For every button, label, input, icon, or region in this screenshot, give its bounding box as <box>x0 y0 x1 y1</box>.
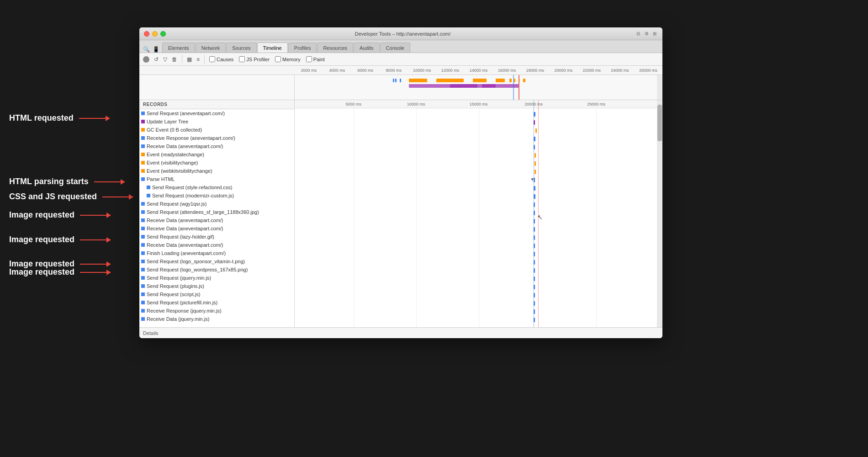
ruler-label-14000ms: 14000 ms <box>465 68 493 73</box>
gridline-3 <box>479 108 479 327</box>
tab-elements[interactable]: Elements <box>162 43 195 53</box>
record-item-r10[interactable]: Send Request (style-refactored.css) <box>139 183 294 191</box>
record-dot-r18 <box>141 251 145 255</box>
js-profiler-checkbox-label[interactable]: JS Profiler <box>239 56 270 62</box>
search-icon[interactable]: 🔍 <box>143 46 150 53</box>
annotation-arrow-6 <box>80 264 107 265</box>
tab-network[interactable]: Network <box>196 43 226 53</box>
record-item-r25[interactable]: Receive Response (jquery.min.js) <box>139 307 294 315</box>
record-item-r7[interactable]: Event (visibilitychange) <box>139 159 294 167</box>
bar-r7 <box>535 161 536 166</box>
record-text-r19: Send Request (logo_sponsor_vitamin-t.png… <box>147 259 245 264</box>
record-item-r4[interactable]: Receive Response (aneventapart.com/) <box>139 134 294 142</box>
tab-profiles[interactable]: Profiles <box>288 43 317 53</box>
js-profiler-checkbox[interactable] <box>239 56 245 62</box>
record-item-r19[interactable]: Send Request (logo_sponsor_vitamin-t.png… <box>139 257 294 266</box>
record-item-r11[interactable]: Send Request (modernizr-custom.js) <box>139 191 294 200</box>
record-item-r2[interactable]: Update Layer Tree <box>139 117 294 126</box>
record-text-r25: Receive Response (jquery.min.js) <box>147 308 222 314</box>
annotation-image-1: Image requested <box>9 210 107 220</box>
record-item-r8[interactable]: Event (webkitvisibilitychange) <box>139 167 294 175</box>
record-item-r5[interactable]: Receive Data (aneventapart.com/) <box>139 142 294 150</box>
record-dot-r8 <box>141 169 145 173</box>
record-text-r5: Receive Data (aneventapart.com/) <box>147 143 223 149</box>
tab-resources[interactable]: Resources <box>317 43 353 53</box>
record-dot-r3 <box>141 128 145 132</box>
record-text-r11: Send Request (modernizr-custom.js) <box>152 193 234 198</box>
scrollbar-thumb[interactable] <box>657 105 662 141</box>
record-item-r24[interactable]: Send Request (picturefill.min.js) <box>139 298 294 307</box>
record-button[interactable] <box>143 56 149 63</box>
refresh-icon[interactable]: ↺ <box>154 56 159 63</box>
record-dot-r23 <box>141 292 145 296</box>
ruler-label-4000ms: 4000 ms <box>323 68 351 73</box>
record-dot-r25 <box>141 309 145 313</box>
record-text-r20: Send Request (logo_wordpress_167x85.png) <box>147 267 248 272</box>
causes-checkbox[interactable] <box>209 56 215 62</box>
paint-checkbox-label[interactable]: Paint <box>306 56 325 62</box>
record-item-r18[interactable]: Finish Loading (aneventapart.com/) <box>139 249 294 257</box>
timeline-overview[interactable] <box>139 75 662 100</box>
record-dot-r10 <box>147 186 150 189</box>
record-item-r23[interactable]: Send Request (script.js) <box>139 290 294 298</box>
record-dot-r15 <box>141 227 145 230</box>
record-dot-r4 <box>141 136 145 140</box>
record-item-r20[interactable]: Send Request (logo_wordpress_167x85.png) <box>139 266 294 274</box>
record-text-r21: Send Request (jquery.min.js) <box>147 275 211 281</box>
bar-r6 <box>535 153 536 158</box>
annotation-arrow-2 <box>94 181 122 182</box>
scrollbar-track[interactable] <box>657 100 662 327</box>
tab-console[interactable]: Console <box>380 43 410 53</box>
record-dot-r14 <box>141 218 145 222</box>
time-label-5000: 5000 ms <box>346 102 362 106</box>
record-text-r1: Send Request (aneventapart.com/) <box>147 111 225 116</box>
record-item-r15[interactable]: Receive Data (aneventapart.com/) <box>139 224 294 233</box>
list-icon[interactable]: ≡ <box>196 56 200 63</box>
gridline-1 <box>354 108 354 327</box>
paint-checkbox[interactable] <box>306 56 312 62</box>
tab-audits[interactable]: Audits <box>354 43 380 53</box>
timeline-data[interactable]: 5000 ms 10000 ms 15000 ms 20000 ms 25000… <box>295 100 662 327</box>
minimize-button[interactable] <box>152 31 158 37</box>
memory-checkbox-label[interactable]: Memory <box>275 56 301 62</box>
tab-sources[interactable]: Sources <box>226 43 256 53</box>
toolbar-sep-1 <box>182 55 182 64</box>
memory-checkbox[interactable] <box>275 56 281 62</box>
ruler-label-16000ms: 16000 ms <box>492 68 521 73</box>
filter-icon[interactable]: ▽ <box>163 56 167 63</box>
record-item-r21[interactable]: Send Request (jquery.min.js) <box>139 274 294 282</box>
record-item-r13[interactable]: Send Request (attendees_sf_large_1188x36… <box>139 208 294 216</box>
device-icon[interactable]: 📱 <box>153 46 159 53</box>
record-item-r3[interactable]: GC Event (0 B collected) <box>139 126 294 134</box>
clear-icon[interactable]: 🗑 <box>172 56 177 63</box>
bar-chart-icon[interactable]: ▦ <box>187 56 192 63</box>
dock-button[interactable]: ⊟ <box>635 31 641 37</box>
annotation-arrow-5 <box>80 239 107 240</box>
record-dot-r26 <box>141 317 145 321</box>
annotation-html-requested-1: HTML requested <box>9 113 106 123</box>
record-item-r22[interactable]: Send Request (plugins.js) <box>139 282 294 290</box>
time-label-15000: 15000 ms <box>470 102 488 106</box>
record-item-r1[interactable]: Send Request (aneventapart.com/) <box>139 109 294 117</box>
causes-checkbox-label[interactable]: Causes <box>209 56 233 62</box>
toolbar: ↺ ▽ 🗑 ▦ ≡ Causes JS Profiler Memory Pain… <box>139 53 662 66</box>
annotation-arrow-7 <box>80 272 107 273</box>
record-item-r17[interactable]: Receive Data (aneventapart.com/) <box>139 241 294 249</box>
record-item-r16[interactable]: Send Request (lazy-holder.gif) <box>139 233 294 241</box>
annotation-arrow-4 <box>80 215 107 216</box>
ruler-label-20000ms: 20000 ms <box>549 68 577 73</box>
record-item-r14[interactable]: Receive Data (aneventapart.com/) <box>139 216 294 224</box>
record-item-r6[interactable]: Event (readystatechange) <box>139 150 294 159</box>
expand-button[interactable]: ⊞ <box>651 31 658 37</box>
record-item-r26[interactable]: Receive Data (jquery.min.js) <box>139 315 294 323</box>
maximize-button[interactable] <box>160 31 166 37</box>
close-button[interactable] <box>144 31 149 37</box>
record-text-r26: Receive Data (jquery.min.js) <box>147 316 209 322</box>
record-item-r12[interactable]: Send Request (wgy1qsr.js) <box>139 200 294 208</box>
record-item-r9[interactable]: Parse HTML <box>139 175 294 183</box>
toolbar-sep-2 <box>204 55 205 64</box>
settings-button[interactable]: ⚙ <box>643 31 650 37</box>
bar-r3 <box>535 128 537 133</box>
annotation-image-4: Image requested <box>9 267 107 277</box>
tab-timeline[interactable]: Timeline <box>257 43 288 53</box>
